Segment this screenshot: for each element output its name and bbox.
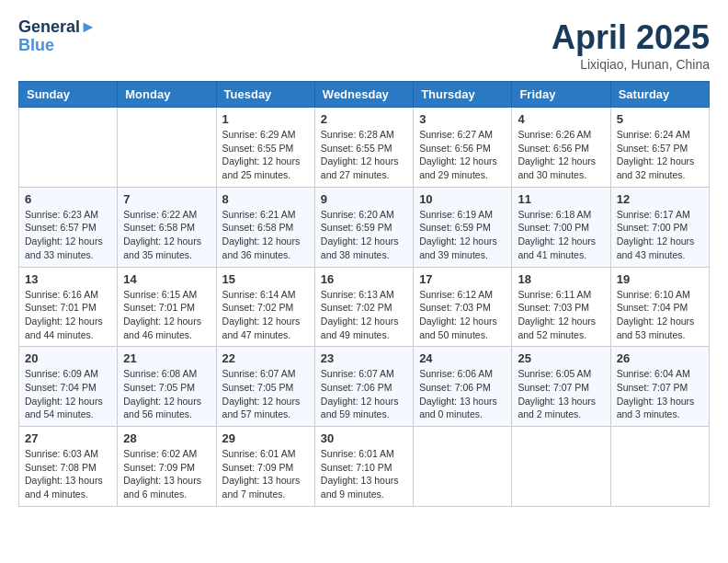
day-info: Sunrise: 6:08 AM Sunset: 7:05 PM Dayligh… xyxy=(123,367,210,421)
day-info: Sunrise: 6:01 AM Sunset: 7:10 PM Dayligh… xyxy=(321,447,407,501)
day-number: 2 xyxy=(321,112,407,126)
day-number: 8 xyxy=(222,192,309,206)
day-info: Sunrise: 6:11 AM Sunset: 7:03 PM Dayligh… xyxy=(518,288,604,342)
calendar-cell: 21Sunrise: 6:08 AM Sunset: 7:05 PM Dayli… xyxy=(118,347,216,427)
day-header-saturday: Saturday xyxy=(610,82,709,108)
day-number: 15 xyxy=(222,272,309,286)
calendar-cell: 13Sunrise: 6:16 AM Sunset: 7:01 PM Dayli… xyxy=(19,267,118,347)
calendar-cell: 14Sunrise: 6:15 AM Sunset: 7:01 PM Dayli… xyxy=(118,267,216,347)
calendar-cell: 5Sunrise: 6:24 AM Sunset: 6:57 PM Daylig… xyxy=(610,108,709,188)
day-header-wednesday: Wednesday xyxy=(314,82,413,108)
calendar-cell: 22Sunrise: 6:07 AM Sunset: 7:05 PM Dayli… xyxy=(216,347,314,427)
day-info: Sunrise: 6:13 AM Sunset: 7:02 PM Dayligh… xyxy=(321,288,407,342)
day-number: 25 xyxy=(518,351,604,365)
day-info: Sunrise: 6:29 AM Sunset: 6:55 PM Dayligh… xyxy=(222,128,309,182)
day-info: Sunrise: 6:03 AM Sunset: 7:08 PM Dayligh… xyxy=(25,447,111,501)
day-number: 22 xyxy=(222,351,309,365)
day-number: 1 xyxy=(222,112,309,126)
title-area: April 2025 Lixiqiao, Hunan, China xyxy=(552,18,710,72)
day-info: Sunrise: 6:12 AM Sunset: 7:03 PM Dayligh… xyxy=(419,288,506,342)
day-info: Sunrise: 6:23 AM Sunset: 6:57 PM Dayligh… xyxy=(25,208,111,262)
day-number: 9 xyxy=(321,192,407,206)
day-info: Sunrise: 6:19 AM Sunset: 6:59 PM Dayligh… xyxy=(419,208,506,262)
day-info: Sunrise: 6:16 AM Sunset: 7:01 PM Dayligh… xyxy=(25,288,111,342)
day-info: Sunrise: 6:02 AM Sunset: 7:09 PM Dayligh… xyxy=(123,447,210,501)
month-title: April 2025 xyxy=(552,18,710,57)
day-header-tuesday: Tuesday xyxy=(216,82,314,108)
day-info: Sunrise: 6:17 AM Sunset: 7:00 PM Dayligh… xyxy=(617,208,703,262)
calendar-cell: 28Sunrise: 6:02 AM Sunset: 7:09 PM Dayli… xyxy=(118,427,216,507)
day-info: Sunrise: 6:09 AM Sunset: 7:04 PM Dayligh… xyxy=(25,367,111,421)
day-number: 7 xyxy=(123,192,210,206)
calendar-cell: 16Sunrise: 6:13 AM Sunset: 7:02 PM Dayli… xyxy=(314,267,413,347)
day-number: 29 xyxy=(222,431,309,445)
day-info: Sunrise: 6:28 AM Sunset: 6:55 PM Dayligh… xyxy=(321,128,407,182)
day-number: 6 xyxy=(25,192,111,206)
day-number: 14 xyxy=(123,272,210,286)
calendar-cell: 24Sunrise: 6:06 AM Sunset: 7:06 PM Dayli… xyxy=(414,347,512,427)
location-subtitle: Lixiqiao, Hunan, China xyxy=(552,57,710,72)
calendar-table: SundayMondayTuesdayWednesdayThursdayFrid… xyxy=(18,81,710,507)
calendar-cell: 2Sunrise: 6:28 AM Sunset: 6:55 PM Daylig… xyxy=(314,108,413,188)
day-info: Sunrise: 6:10 AM Sunset: 7:04 PM Dayligh… xyxy=(617,288,703,342)
day-number: 19 xyxy=(617,272,703,286)
calendar-cell: 29Sunrise: 6:01 AM Sunset: 7:09 PM Dayli… xyxy=(216,427,314,507)
day-number: 17 xyxy=(419,272,506,286)
day-header-thursday: Thursday xyxy=(414,82,512,108)
day-info: Sunrise: 6:14 AM Sunset: 7:02 PM Dayligh… xyxy=(222,288,309,342)
day-info: Sunrise: 6:18 AM Sunset: 7:00 PM Dayligh… xyxy=(518,208,604,262)
logo: General► Blue xyxy=(18,18,97,55)
day-number: 12 xyxy=(617,192,703,206)
calendar-cell: 10Sunrise: 6:19 AM Sunset: 6:59 PM Dayli… xyxy=(414,187,512,267)
day-number: 10 xyxy=(419,192,506,206)
calendar-cell: 11Sunrise: 6:18 AM Sunset: 7:00 PM Dayli… xyxy=(512,187,610,267)
day-number: 27 xyxy=(25,431,111,445)
calendar-cell: 4Sunrise: 6:26 AM Sunset: 6:56 PM Daylig… xyxy=(512,108,610,188)
day-number: 28 xyxy=(123,431,210,445)
calendar-cell xyxy=(414,427,512,507)
calendar-cell: 7Sunrise: 6:22 AM Sunset: 6:58 PM Daylig… xyxy=(118,187,216,267)
day-info: Sunrise: 6:21 AM Sunset: 6:58 PM Dayligh… xyxy=(222,208,309,262)
calendar-cell: 8Sunrise: 6:21 AM Sunset: 6:58 PM Daylig… xyxy=(216,187,314,267)
day-number: 18 xyxy=(518,272,604,286)
day-number: 13 xyxy=(25,272,111,286)
day-info: Sunrise: 6:01 AM Sunset: 7:09 PM Dayligh… xyxy=(222,447,309,501)
calendar-cell xyxy=(512,427,610,507)
day-info: Sunrise: 6:07 AM Sunset: 7:06 PM Dayligh… xyxy=(321,367,407,421)
calendar-cell xyxy=(610,427,709,507)
calendar-cell xyxy=(19,108,118,188)
day-number: 30 xyxy=(321,431,407,445)
day-info: Sunrise: 6:26 AM Sunset: 6:56 PM Dayligh… xyxy=(518,128,604,182)
day-header-sunday: Sunday xyxy=(19,82,118,108)
calendar-cell: 3Sunrise: 6:27 AM Sunset: 6:56 PM Daylig… xyxy=(414,108,512,188)
day-number: 20 xyxy=(25,351,111,365)
calendar-header-row: SundayMondayTuesdayWednesdayThursdayFrid… xyxy=(19,82,710,108)
calendar-cell: 12Sunrise: 6:17 AM Sunset: 7:00 PM Dayli… xyxy=(610,187,709,267)
calendar-cell: 19Sunrise: 6:10 AM Sunset: 7:04 PM Dayli… xyxy=(610,267,709,347)
calendar-cell: 20Sunrise: 6:09 AM Sunset: 7:04 PM Dayli… xyxy=(19,347,118,427)
day-info: Sunrise: 6:07 AM Sunset: 7:05 PM Dayligh… xyxy=(222,367,309,421)
day-number: 23 xyxy=(321,351,407,365)
calendar-cell: 30Sunrise: 6:01 AM Sunset: 7:10 PM Dayli… xyxy=(314,427,413,507)
day-number: 24 xyxy=(419,351,506,365)
logo-line2: Blue xyxy=(18,37,97,55)
logo-accent: ► xyxy=(80,17,97,36)
logo-line1: General xyxy=(18,17,80,36)
calendar-cell: 27Sunrise: 6:03 AM Sunset: 7:08 PM Dayli… xyxy=(19,427,118,507)
calendar-cell: 17Sunrise: 6:12 AM Sunset: 7:03 PM Dayli… xyxy=(414,267,512,347)
day-header-monday: Monday xyxy=(118,82,216,108)
day-number: 3 xyxy=(419,112,506,126)
calendar-week-1: 1Sunrise: 6:29 AM Sunset: 6:55 PM Daylig… xyxy=(19,108,710,188)
day-header-friday: Friday xyxy=(512,82,610,108)
calendar-cell: 1Sunrise: 6:29 AM Sunset: 6:55 PM Daylig… xyxy=(216,108,314,188)
calendar-cell: 23Sunrise: 6:07 AM Sunset: 7:06 PM Dayli… xyxy=(314,347,413,427)
day-info: Sunrise: 6:06 AM Sunset: 7:06 PM Dayligh… xyxy=(419,367,506,421)
calendar-cell: 26Sunrise: 6:04 AM Sunset: 7:07 PM Dayli… xyxy=(610,347,709,427)
calendar-week-5: 27Sunrise: 6:03 AM Sunset: 7:08 PM Dayli… xyxy=(19,427,710,507)
day-number: 5 xyxy=(617,112,703,126)
day-number: 11 xyxy=(518,192,604,206)
day-info: Sunrise: 6:22 AM Sunset: 6:58 PM Dayligh… xyxy=(123,208,210,262)
calendar-cell: 9Sunrise: 6:20 AM Sunset: 6:59 PM Daylig… xyxy=(314,187,413,267)
calendar-cell: 25Sunrise: 6:05 AM Sunset: 7:07 PM Dayli… xyxy=(512,347,610,427)
day-number: 4 xyxy=(518,112,604,126)
